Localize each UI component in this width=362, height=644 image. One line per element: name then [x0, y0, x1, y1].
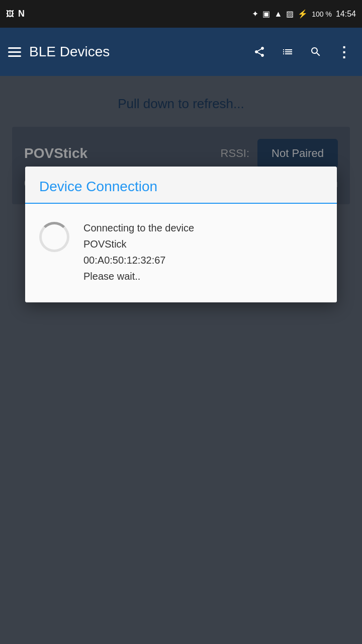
app-title: BLE Devices — [29, 44, 241, 60]
main-content: Pull down to refresh... POVStick RSSI: N… — [0, 76, 362, 644]
photo-icon: 🖼 — [6, 10, 14, 19]
bluetooth-icon: ✦ — [252, 9, 258, 19]
list-view-button[interactable] — [278, 42, 298, 62]
more-options-button[interactable]: ⋮ — [334, 42, 354, 62]
loading-spinner — [39, 222, 69, 252]
signal-icon: ▨ — [286, 9, 294, 19]
status-bar: 🖼 N ✦ ▣ ▲ ▨ ⚡ 100 % 14:54 — [0, 0, 362, 28]
vibrate-icon: ▣ — [262, 9, 270, 19]
wifi-icon: ▲ — [274, 10, 282, 19]
battery-icon: ⚡ — [298, 9, 308, 19]
status-bar-left: 🖼 N — [6, 9, 25, 19]
clock: 14:54 — [336, 10, 356, 19]
dialog-body: Connecting to the device POVStick 00:A0:… — [25, 204, 337, 302]
battery-level: 100 % — [312, 10, 332, 18]
search-button[interactable] — [306, 42, 326, 62]
menu-button[interactable] — [8, 47, 21, 57]
device-connection-dialog: Device Connection Connecting to the devi… — [25, 167, 337, 302]
notification-icon: N — [18, 9, 25, 19]
status-bar-right: ✦ ▣ ▲ ▨ ⚡ 100 % 14:54 — [252, 9, 356, 19]
app-bar: BLE Devices ⋮ — [0, 28, 362, 76]
dialog-header: Device Connection — [25, 167, 337, 204]
dialog-message: Connecting to the device POVStick 00:A0:… — [83, 220, 194, 284]
dialog-title: Device Connection — [39, 179, 157, 194]
dialog-overlay: Device Connection Connecting to the devi… — [0, 76, 362, 644]
share-button[interactable] — [249, 42, 269, 62]
